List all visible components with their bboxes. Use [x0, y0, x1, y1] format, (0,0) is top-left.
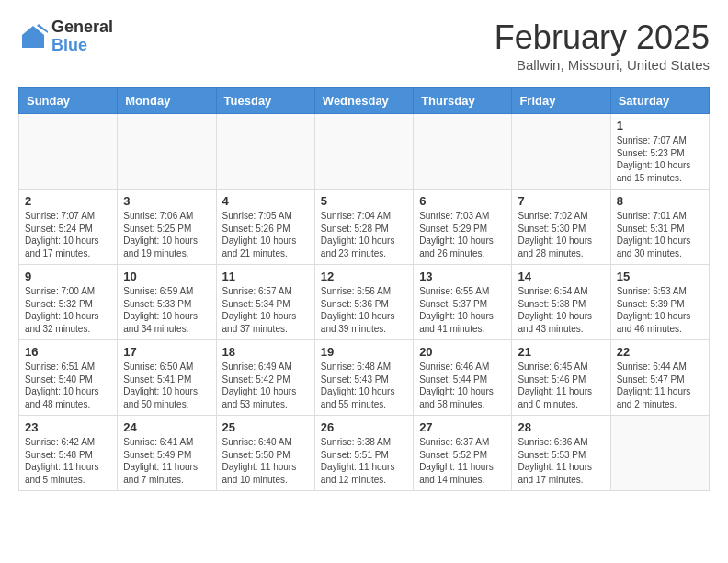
day-number: 27 [419, 420, 506, 434]
calendar-cell: 23Sunrise: 6:42 AMSunset: 5:48 PMDayligh… [19, 416, 118, 491]
calendar-cell: 10Sunrise: 6:59 AMSunset: 5:33 PMDayligh… [118, 265, 216, 340]
day-info: Sunrise: 6:55 AMSunset: 5:37 PMDaylight:… [419, 285, 506, 335]
day-info: Sunrise: 6:41 AMSunset: 5:49 PMDaylight:… [123, 436, 210, 486]
calendar-week-row: 16Sunrise: 6:51 AMSunset: 5:40 PMDayligh… [19, 340, 710, 416]
day-info: Sunrise: 7:07 AMSunset: 5:24 PMDaylight:… [25, 210, 111, 259]
day-number: 2 [25, 194, 111, 208]
svg-marker-0 [22, 26, 44, 48]
calendar-cell: 16Sunrise: 6:51 AMSunset: 5:40 PMDayligh… [19, 340, 118, 416]
calendar-cell [414, 114, 512, 190]
day-info: Sunrise: 6:53 AMSunset: 5:39 PMDaylight:… [617, 285, 703, 335]
day-info: Sunrise: 7:04 AMSunset: 5:28 PMDaylight:… [321, 210, 407, 259]
weekday-header-tuesday: Tuesday [216, 88, 314, 114]
day-info: Sunrise: 7:02 AMSunset: 5:30 PMDaylight:… [518, 210, 604, 259]
calendar-cell: 27Sunrise: 6:37 AMSunset: 5:52 PMDayligh… [414, 416, 512, 491]
calendar-cell: 5Sunrise: 7:04 AMSunset: 5:28 PMDaylight… [314, 190, 413, 265]
day-info: Sunrise: 6:48 AMSunset: 5:43 PMDaylight:… [321, 361, 407, 410]
title-section: February 2025 Ballwin, Missouri, United … [495, 18, 710, 73]
calendar-cell: 28Sunrise: 6:36 AMSunset: 5:53 PMDayligh… [512, 416, 610, 491]
calendar-cell: 8Sunrise: 7:01 AMSunset: 5:31 PMDaylight… [610, 190, 709, 265]
calendar-cell [610, 416, 709, 491]
day-info: Sunrise: 7:00 AMSunset: 5:32 PMDaylight:… [25, 285, 111, 335]
calendar-cell [216, 114, 314, 190]
day-number: 4 [222, 194, 309, 208]
calendar-cell: 1Sunrise: 7:07 AMSunset: 5:23 PMDaylight… [610, 114, 709, 190]
weekday-header-friday: Friday [512, 88, 610, 114]
calendar-week-row: 9Sunrise: 7:00 AMSunset: 5:32 PMDaylight… [19, 265, 710, 340]
day-number: 21 [518, 345, 604, 359]
weekday-header-thursday: Thursday [414, 88, 512, 114]
day-number: 22 [617, 345, 703, 359]
day-number: 25 [222, 420, 309, 434]
day-number: 16 [25, 345, 111, 359]
calendar-cell: 17Sunrise: 6:50 AMSunset: 5:41 PMDayligh… [118, 340, 216, 416]
day-number: 14 [518, 270, 604, 283]
calendar-cell: 22Sunrise: 6:44 AMSunset: 5:47 PMDayligh… [610, 340, 709, 416]
weekday-header-saturday: Saturday [610, 88, 709, 114]
day-info: Sunrise: 7:06 AMSunset: 5:25 PMDaylight:… [123, 210, 210, 259]
logo-text: General Blue [51, 18, 113, 55]
day-info: Sunrise: 7:07 AMSunset: 5:23 PMDaylight:… [617, 134, 703, 184]
day-number: 12 [321, 270, 407, 283]
weekday-header-monday: Monday [118, 88, 216, 114]
day-number: 19 [321, 345, 407, 359]
calendar-cell: 18Sunrise: 6:49 AMSunset: 5:42 PMDayligh… [216, 340, 314, 416]
day-info: Sunrise: 6:45 AMSunset: 5:46 PMDaylight:… [518, 361, 604, 410]
day-number: 17 [123, 345, 210, 359]
day-number: 1 [617, 119, 703, 132]
day-number: 20 [419, 345, 506, 359]
calendar-cell: 14Sunrise: 6:54 AMSunset: 5:38 PMDayligh… [512, 265, 610, 340]
day-number: 24 [123, 420, 210, 434]
day-info: Sunrise: 7:05 AMSunset: 5:26 PMDaylight:… [222, 210, 309, 259]
day-number: 15 [617, 270, 703, 283]
day-info: Sunrise: 6:50 AMSunset: 5:41 PMDaylight:… [123, 361, 210, 410]
logo-icon [18, 22, 48, 52]
calendar-cell: 2Sunrise: 7:07 AMSunset: 5:24 PMDaylight… [19, 190, 118, 265]
day-info: Sunrise: 6:49 AMSunset: 5:42 PMDaylight:… [222, 361, 309, 410]
calendar-week-row: 23Sunrise: 6:42 AMSunset: 5:48 PMDayligh… [19, 416, 710, 491]
calendar-week-row: 2Sunrise: 7:07 AMSunset: 5:24 PMDaylight… [19, 190, 710, 265]
calendar-cell: 20Sunrise: 6:46 AMSunset: 5:44 PMDayligh… [414, 340, 512, 416]
day-info: Sunrise: 6:38 AMSunset: 5:51 PMDaylight:… [321, 436, 407, 486]
calendar-cell: 6Sunrise: 7:03 AMSunset: 5:29 PMDaylight… [414, 190, 512, 265]
calendar-cell: 26Sunrise: 6:38 AMSunset: 5:51 PMDayligh… [314, 416, 413, 491]
day-number: 13 [419, 270, 506, 283]
logo-general-text: General [51, 18, 113, 37]
day-info: Sunrise: 6:59 AMSunset: 5:33 PMDaylight:… [123, 285, 210, 335]
calendar-cell [314, 114, 413, 190]
day-number: 10 [123, 270, 210, 283]
day-info: Sunrise: 6:51 AMSunset: 5:40 PMDaylight:… [25, 361, 111, 410]
day-info: Sunrise: 6:44 AMSunset: 5:47 PMDaylight:… [617, 361, 703, 410]
calendar-cell: 9Sunrise: 7:00 AMSunset: 5:32 PMDaylight… [19, 265, 118, 340]
month-year-title: February 2025 [495, 18, 710, 57]
day-number: 26 [321, 420, 407, 434]
calendar-cell: 11Sunrise: 6:57 AMSunset: 5:34 PMDayligh… [216, 265, 314, 340]
calendar-cell [118, 114, 216, 190]
location-subtitle: Ballwin, Missouri, United States [495, 57, 710, 73]
calendar-cell: 3Sunrise: 7:06 AMSunset: 5:25 PMDaylight… [118, 190, 216, 265]
calendar-cell: 19Sunrise: 6:48 AMSunset: 5:43 PMDayligh… [314, 340, 413, 416]
day-number: 11 [222, 270, 309, 283]
day-number: 5 [321, 194, 407, 208]
day-info: Sunrise: 6:57 AMSunset: 5:34 PMDaylight:… [222, 285, 309, 335]
day-number: 28 [518, 420, 604, 434]
calendar-cell: 4Sunrise: 7:05 AMSunset: 5:26 PMDaylight… [216, 190, 314, 265]
day-number: 6 [419, 194, 506, 208]
day-number: 9 [25, 270, 111, 283]
calendar-cell [512, 114, 610, 190]
day-info: Sunrise: 6:37 AMSunset: 5:52 PMDaylight:… [419, 436, 506, 486]
day-info: Sunrise: 6:42 AMSunset: 5:48 PMDaylight:… [25, 436, 111, 486]
day-info: Sunrise: 6:56 AMSunset: 5:36 PMDaylight:… [321, 285, 407, 335]
day-info: Sunrise: 6:46 AMSunset: 5:44 PMDaylight:… [419, 361, 506, 410]
day-number: 3 [123, 194, 210, 208]
calendar-week-row: 1Sunrise: 7:07 AMSunset: 5:23 PMDaylight… [19, 114, 710, 190]
day-info: Sunrise: 6:40 AMSunset: 5:50 PMDaylight:… [222, 436, 309, 486]
day-number: 18 [222, 345, 309, 359]
day-number: 23 [25, 420, 111, 434]
weekday-header-wednesday: Wednesday [314, 88, 413, 114]
logo: General Blue [18, 18, 113, 55]
calendar-cell: 25Sunrise: 6:40 AMSunset: 5:50 PMDayligh… [216, 416, 314, 491]
calendar-cell: 24Sunrise: 6:41 AMSunset: 5:49 PMDayligh… [118, 416, 216, 491]
day-info: Sunrise: 7:01 AMSunset: 5:31 PMDaylight:… [617, 210, 703, 259]
day-number: 7 [518, 194, 604, 208]
